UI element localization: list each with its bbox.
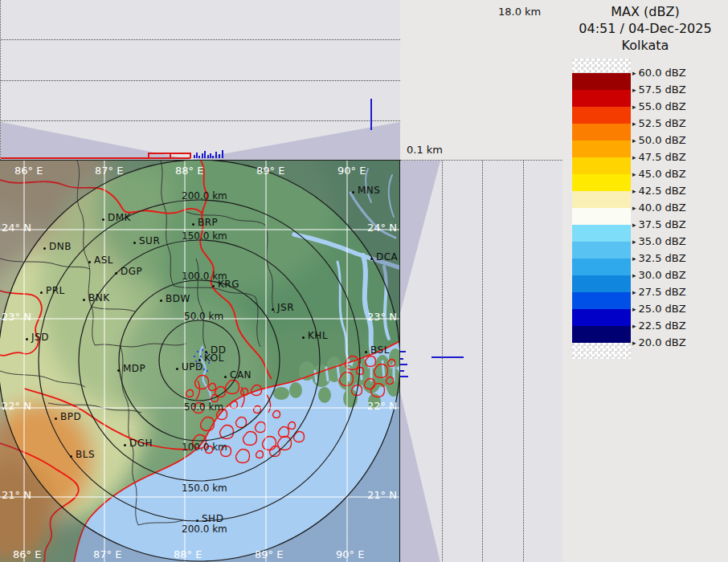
longitude-label-bottom: 87° E [93, 548, 121, 560]
echo-edge-mark [400, 358, 403, 360]
scale-label-text: 60.0 dBZ [639, 67, 686, 79]
dbz-band-47.5 [572, 157, 631, 174]
city-label-JSD: JSD [31, 332, 49, 343]
city-label-SHD: SHD [202, 513, 223, 524]
transparent-checker [572, 59, 631, 73]
scale-label: ▸47.5 dBZ [632, 151, 686, 164]
latitude-label-right: 22° N [367, 400, 397, 412]
city-label-PRL: PRL [46, 285, 65, 296]
tick-arrow-icon: ▸ [632, 218, 636, 231]
city-label-DGP: DGP [121, 266, 142, 277]
echo-edge-mark [400, 370, 404, 372]
echo-spike [219, 154, 220, 158]
dbz-band-37.5 [572, 225, 631, 242]
city-label-CAN: CAN [230, 369, 252, 381]
tick-arrow-icon: ▸ [632, 286, 636, 299]
top-panel-echo-marks [1, 0, 400, 160]
latitude-label-left: 24° N [2, 222, 31, 234]
city-label-KRG: KRG [218, 279, 239, 290]
scale-label-text: 40.0 dBZ [639, 202, 686, 214]
echo-spike [198, 156, 200, 158]
city-dot-DMK [102, 218, 104, 221]
map-label-layer: 86° E86° E87° E87° E88° E88° E89° E89° E… [0, 161, 399, 562]
scale-label-text: 25.0 dBZ [639, 303, 686, 315]
longitude-label-top: 90° E [337, 165, 366, 177]
tick-arrow-icon: ▸ [632, 235, 636, 248]
city-dot-JSR [272, 308, 274, 311]
city-label-BRP: BRP [198, 217, 218, 228]
city-dot-UPD [176, 368, 178, 370]
echo-edge-mark [400, 376, 408, 377]
radar-app-window: 18.0 km 0.1 km [0, 0, 728, 562]
city-label-BNK: BNK [88, 292, 110, 303]
city-dot-DGP [115, 272, 117, 275]
longitude-label-top: 87° E [95, 165, 123, 177]
scale-label: ▸42.5 dBZ [632, 185, 686, 198]
scale-label: ▸60.0 dBZ [632, 67, 686, 79]
tick-arrow-icon: ▸ [632, 100, 636, 113]
latitude-label-left: 22° N [2, 400, 31, 412]
scale-label-text: 42.5 dBZ [639, 185, 686, 197]
latitude-label-right: 23° N [367, 311, 397, 323]
scale-label: ▸32.5 dBZ [632, 252, 686, 265]
echo-spike [194, 155, 195, 158]
echo-spike [204, 151, 206, 158]
echo-dash [431, 356, 464, 358]
scale-label-text: 57.5 dBZ [639, 83, 686, 96]
transparent-checker [572, 343, 631, 359]
city-label-KHL: KHL [308, 330, 328, 341]
side-projection-panel [400, 160, 562, 562]
longitude-label-bottom: 90° E [336, 548, 364, 560]
tick-arrow-icon: ▸ [632, 151, 636, 164]
city-label-BPD: BPD [60, 411, 81, 422]
scale-label: ▸45.0 dBZ [632, 168, 686, 181]
city-dot-BNK [83, 299, 85, 301]
scale-label-text: 50.0 dBZ [639, 134, 686, 146]
city-label-MNS: MNS [358, 185, 380, 196]
max-trace-tick [148, 153, 149, 158]
tick-arrow-icon: ▸ [632, 67, 636, 79]
echo-spike [207, 155, 209, 158]
tick-arrow-icon: ▸ [632, 185, 636, 198]
legend-header: MAX (dBZ) 04:51 / 04-Dec-2025 Kolkata [562, 3, 728, 54]
echo-edge-mark [400, 351, 406, 352]
scale-label-text: 47.5 dBZ [639, 151, 686, 163]
city-dot-PRL [40, 291, 43, 294]
city-label-MDP: MDP [123, 363, 145, 374]
scale-label-text: 32.5 dBZ [639, 252, 686, 264]
dbz-band-45.0 [572, 174, 631, 191]
tick-arrow-icon: ▸ [632, 134, 636, 147]
longitude-label-bottom: 86° E [13, 548, 41, 560]
city-dot-MDP [117, 369, 120, 372]
longitude-label-bottom: 88° E [174, 548, 202, 560]
max-trace-baseline [1, 157, 190, 159]
city-label-JSR: JSR [277, 302, 294, 313]
scale-label: ▸27.5 dBZ [632, 286, 686, 299]
dbz-band-42.5 [572, 191, 631, 208]
scale-label: ▸52.5 dBZ [632, 117, 686, 130]
product-title: MAX (dBZ) [562, 3, 728, 20]
scale-label-text: 27.5 dBZ [639, 286, 686, 298]
range-ring-label: 150.0 km [182, 483, 227, 494]
tick-arrow-icon: ▸ [632, 336, 636, 349]
city-label-BSL: BSL [370, 344, 390, 356]
latitude-label-left: 23° N [2, 311, 31, 323]
latitude-label-left: 21° N [2, 489, 31, 501]
city-label-UPD: UPD [182, 361, 203, 373]
scale-label: ▸30.0 dBZ [632, 269, 686, 282]
tick-arrow-icon: ▸ [632, 320, 636, 332]
max-trace-tick [170, 153, 171, 158]
map-viewport[interactable]: 86° E86° E87° E87° E88° E88° E89° E89° E… [0, 160, 400, 562]
city-dot-BRP [192, 223, 194, 226]
city-dot-KHL [302, 336, 305, 339]
city-label-DCA: DCA [376, 251, 398, 263]
scale-label-text: 30.0 dBZ [639, 269, 686, 281]
tick-arrow-icon: ▸ [632, 83, 636, 96]
echo-spike [196, 153, 198, 158]
tick-arrow-icon: ▸ [632, 252, 636, 265]
tick-arrow-icon: ▸ [632, 303, 636, 316]
scale-label-text: 35.0 dBZ [639, 235, 686, 247]
echo-edge-mark [400, 364, 407, 365]
scale-label-text: 55.0 dBZ [639, 100, 686, 112]
city-label-BDW: BDW [166, 293, 190, 304]
